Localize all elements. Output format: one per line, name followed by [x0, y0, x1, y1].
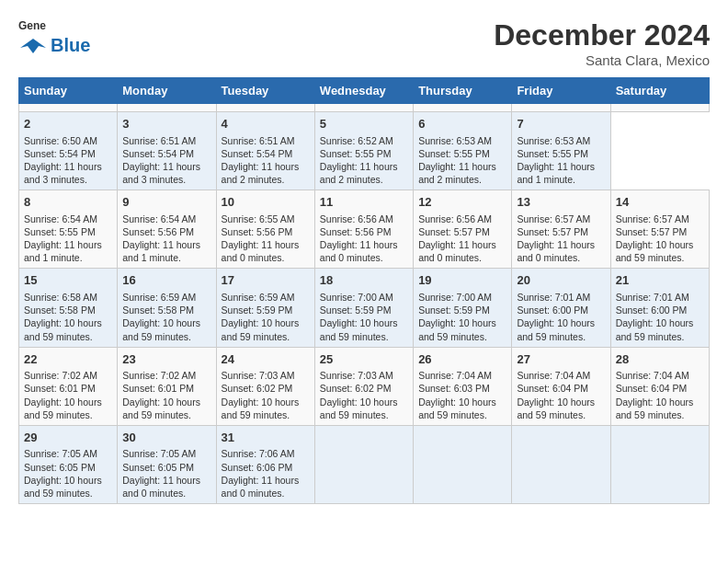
sunrise-label: Sunrise: 6:53 AM: [418, 135, 492, 146]
sunrise-label: Sunrise: 7:03 AM: [222, 370, 295, 381]
sunset-label: Sunset: 5:56 PM: [122, 226, 194, 237]
daylight-label: Daylight: 10 hours and 59 minutes.: [222, 396, 300, 420]
calendar-cell: 22 Sunrise: 7:02 AM Sunset: 6:01 PM Dayl…: [19, 347, 118, 425]
day-number: 27: [517, 351, 605, 368]
daylight-label: Daylight: 10 hours and 59 minutes.: [616, 396, 694, 420]
calendar-cell: [216, 104, 314, 112]
day-of-week-header: Sunday: [19, 78, 118, 104]
sunset-label: Sunset: 5:54 PM: [24, 148, 96, 159]
calendar-cell: 21 Sunrise: 7:01 AM Sunset: 6:00 PM Dayl…: [610, 269, 709, 347]
calendar-week-row: 15 Sunrise: 6:58 AM Sunset: 5:58 PM Dayl…: [19, 269, 710, 347]
calendar-cell: [19, 104, 118, 112]
calendar-cell: 18 Sunrise: 7:00 AM Sunset: 5:59 PM Dayl…: [314, 269, 413, 347]
daylight-label: Daylight: 10 hours and 59 minutes.: [222, 317, 300, 341]
sunset-label: Sunset: 5:59 PM: [418, 304, 490, 316]
daylight-label: Daylight: 11 hours and 3 minutes.: [24, 161, 102, 185]
calendar-cell: [414, 425, 512, 503]
calendar-week-row: 22 Sunrise: 7:02 AM Sunset: 6:01 PM Dayl…: [19, 347, 710, 425]
calendar-cell: 5 Sunrise: 6:52 AM Sunset: 5:55 PM Dayli…: [314, 112, 413, 190]
day-number: 19: [418, 272, 506, 289]
sunset-label: Sunset: 5:59 PM: [222, 304, 293, 316]
day-number: 8: [24, 194, 112, 211]
day-number: 25: [320, 351, 408, 368]
day-number: 13: [517, 194, 605, 211]
calendar-cell: 19 Sunrise: 7:00 AM Sunset: 5:59 PM Dayl…: [414, 269, 512, 347]
day-number: 2: [24, 116, 112, 132]
daylight-label: Daylight: 11 hours and 2 minutes.: [222, 161, 300, 185]
daylight-label: Daylight: 11 hours and 0 minutes.: [222, 239, 300, 263]
calendar-cell: [512, 425, 610, 503]
sunrise-label: Sunrise: 7:01 AM: [517, 292, 590, 303]
sunset-label: Sunset: 5:55 PM: [517, 148, 588, 159]
calendar-cell: [414, 104, 512, 112]
day-number: 17: [222, 272, 310, 289]
calendar-cell: 8 Sunrise: 6:54 AM Sunset: 5:55 PM Dayli…: [19, 190, 118, 269]
day-number: 22: [24, 351, 112, 368]
sunrise-label: Sunrise: 7:00 AM: [320, 292, 393, 303]
calendar-cell: 3 Sunrise: 6:51 AM Sunset: 5:54 PM Dayli…: [118, 112, 216, 190]
day-number: 14: [616, 194, 704, 211]
sunrise-label: Sunrise: 7:02 AM: [24, 370, 97, 381]
daylight-label: Daylight: 11 hours and 0 minutes.: [222, 475, 300, 499]
daylight-label: Daylight: 10 hours and 59 minutes.: [616, 239, 694, 263]
calendar-cell: 28 Sunrise: 7:04 AM Sunset: 6:04 PM Dayl…: [610, 347, 709, 425]
daylight-label: Daylight: 10 hours and 59 minutes.: [320, 396, 398, 420]
day-number: 15: [24, 272, 112, 289]
sunset-label: Sunset: 5:58 PM: [122, 304, 194, 316]
daylight-label: Daylight: 10 hours and 59 minutes.: [616, 317, 694, 341]
day-number: 10: [222, 194, 310, 211]
sunset-label: Sunset: 5:57 PM: [616, 226, 688, 237]
calendar-week-row: 2 Sunrise: 6:50 AM Sunset: 5:54 PM Dayli…: [19, 112, 710, 190]
sunset-label: Sunset: 5:55 PM: [24, 226, 96, 237]
daylight-label: Daylight: 10 hours and 59 minutes.: [24, 475, 102, 499]
sunset-label: Sunset: 6:02 PM: [222, 383, 293, 394]
sunset-label: Sunset: 5:55 PM: [320, 148, 392, 159]
sunset-label: Sunset: 6:00 PM: [517, 304, 588, 316]
sunrise-label: Sunrise: 6:56 AM: [418, 213, 492, 224]
day-number: 31: [222, 430, 310, 446]
sunrise-label: Sunrise: 7:04 AM: [418, 370, 492, 381]
calendar-cell: 14 Sunrise: 6:57 AM Sunset: 5:57 PM Dayl…: [610, 190, 709, 269]
sunrise-label: Sunrise: 7:02 AM: [122, 370, 196, 381]
calendar-cell: 13 Sunrise: 6:57 AM Sunset: 5:57 PM Dayl…: [512, 190, 610, 269]
day-of-week-header: Wednesday: [314, 78, 413, 104]
daylight-label: Daylight: 11 hours and 0 minutes.: [517, 239, 595, 263]
sunset-label: Sunset: 6:00 PM: [616, 304, 688, 316]
sunset-label: Sunset: 5:56 PM: [320, 226, 392, 237]
calendar-cell: 27 Sunrise: 7:04 AM Sunset: 6:04 PM Dayl…: [512, 347, 610, 425]
calendar-cell: 6 Sunrise: 6:53 AM Sunset: 5:55 PM Dayli…: [414, 112, 512, 190]
calendar-table: SundayMondayTuesdayWednesdayThursdayFrid…: [18, 77, 710, 504]
sunset-label: Sunset: 6:04 PM: [616, 383, 688, 394]
day-of-week-header: Friday: [512, 78, 610, 104]
daylight-label: Daylight: 11 hours and 2 minutes.: [320, 161, 398, 185]
day-number: 7: [517, 116, 605, 132]
daylight-label: Daylight: 11 hours and 1 minute.: [122, 239, 200, 263]
calendar-cell: [314, 104, 413, 112]
sunrise-label: Sunrise: 6:57 AM: [517, 213, 590, 224]
day-number: 21: [616, 272, 704, 289]
daylight-label: Daylight: 10 hours and 59 minutes.: [24, 396, 102, 420]
calendar-cell: 4 Sunrise: 6:51 AM Sunset: 5:54 PM Dayli…: [216, 112, 314, 190]
sunset-label: Sunset: 5:59 PM: [320, 304, 392, 316]
daylight-label: Daylight: 10 hours and 59 minutes.: [418, 396, 496, 420]
calendar-cell: 31 Sunrise: 7:06 AM Sunset: 6:06 PM Dayl…: [216, 425, 314, 503]
logo-bird-icon: [18, 37, 48, 55]
sunset-label: Sunset: 6:03 PM: [418, 383, 490, 394]
sunrise-label: Sunrise: 6:50 AM: [24, 135, 97, 146]
day-number: 5: [320, 116, 408, 132]
day-of-week-header: Monday: [118, 78, 216, 104]
sunrise-label: Sunrise: 7:06 AM: [222, 448, 295, 459]
day-number: 6: [418, 116, 506, 132]
calendar-cell: [512, 104, 610, 112]
sunrise-label: Sunrise: 6:51 AM: [122, 135, 196, 146]
calendar-week-row: 29 Sunrise: 7:05 AM Sunset: 6:05 PM Dayl…: [19, 425, 710, 503]
sunrise-label: Sunrise: 6:55 AM: [222, 213, 295, 224]
sunrise-label: Sunrise: 6:52 AM: [320, 135, 393, 146]
calendar-cell: 20 Sunrise: 7:01 AM Sunset: 6:00 PM Dayl…: [512, 269, 610, 347]
calendar-cell: 2 Sunrise: 6:50 AM Sunset: 5:54 PM Dayli…: [19, 112, 118, 190]
calendar-cell: 15 Sunrise: 6:58 AM Sunset: 5:58 PM Dayl…: [19, 269, 118, 347]
calendar-cell: 9 Sunrise: 6:54 AM Sunset: 5:56 PM Dayli…: [118, 190, 216, 269]
day-number: 24: [222, 351, 310, 368]
svg-text:General: General: [18, 19, 46, 32]
day-number: 12: [418, 194, 506, 211]
